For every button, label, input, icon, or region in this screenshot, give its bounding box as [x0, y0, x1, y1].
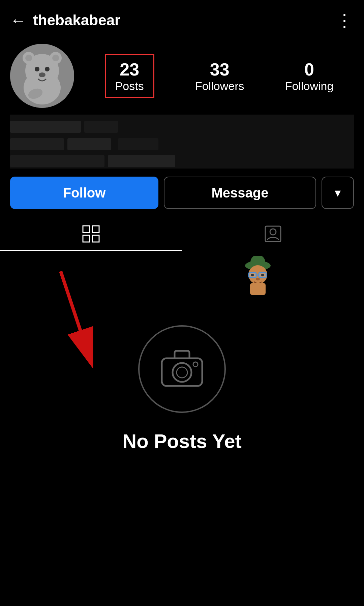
header-menu-button[interactable]: ⋮	[336, 10, 354, 30]
profile-top: 23 Posts 33 Followers 0 Following	[10, 44, 354, 108]
posts-count: 23	[120, 59, 139, 80]
stat-posts[interactable]: 23 Posts	[105, 54, 154, 98]
header: ← thebakabear ⋮	[0, 0, 364, 37]
svg-point-30	[173, 363, 191, 382]
svg-rect-13	[83, 235, 90, 242]
bio-area	[10, 115, 354, 169]
posts-label: Posts	[115, 80, 144, 93]
header-left: ← thebakabear	[10, 11, 120, 30]
svg-point-32	[193, 362, 198, 367]
svg-point-7	[35, 67, 39, 71]
svg-point-31	[177, 367, 187, 378]
svg-point-5	[25, 55, 32, 61]
camera-circle	[138, 325, 226, 413]
following-label: Following	[285, 80, 334, 93]
tab-grid[interactable]	[0, 220, 182, 251]
back-button[interactable]: ←	[10, 11, 26, 30]
tagged-icon	[264, 225, 282, 246]
svg-rect-11	[83, 226, 90, 233]
content-area: No Posts Yet	[0, 251, 364, 554]
grid-icon	[82, 225, 100, 246]
svg-rect-14	[92, 235, 99, 242]
no-posts-title: No Posts Yet	[122, 430, 242, 452]
profile-section: 23 Posts 33 Followers 0 Following	[0, 37, 364, 169]
action-buttons: Follow Message ▾	[0, 169, 364, 217]
svg-rect-12	[92, 226, 99, 233]
stat-following[interactable]: 0 Following	[285, 59, 334, 93]
stats-row: 23 Posts 33 Followers 0 Following	[84, 54, 354, 98]
dropdown-button[interactable]: ▾	[322, 177, 354, 209]
avatar	[10, 44, 74, 108]
svg-point-27	[256, 278, 260, 280]
message-button[interactable]: Message	[164, 177, 316, 209]
following-count: 0	[304, 59, 314, 80]
svg-point-16	[270, 229, 276, 235]
followers-count: 33	[210, 59, 230, 80]
red-arrow	[40, 265, 108, 372]
svg-rect-28	[250, 283, 266, 295]
svg-point-6	[52, 55, 59, 61]
svg-point-8	[45, 67, 50, 71]
svg-line-18	[61, 271, 91, 362]
svg-point-26	[261, 274, 264, 276]
follow-button[interactable]: Follow	[10, 177, 158, 209]
svg-point-9	[39, 72, 46, 77]
tabs-row	[0, 220, 364, 251]
sticker-character	[239, 258, 276, 295]
chevron-down-icon: ▾	[335, 186, 341, 200]
followers-label: Followers	[195, 80, 244, 93]
svg-point-25	[251, 274, 254, 276]
tab-tagged[interactable]	[182, 220, 364, 251]
header-username: thebakabear	[33, 12, 120, 29]
stat-followers[interactable]: 33 Followers	[195, 59, 244, 93]
